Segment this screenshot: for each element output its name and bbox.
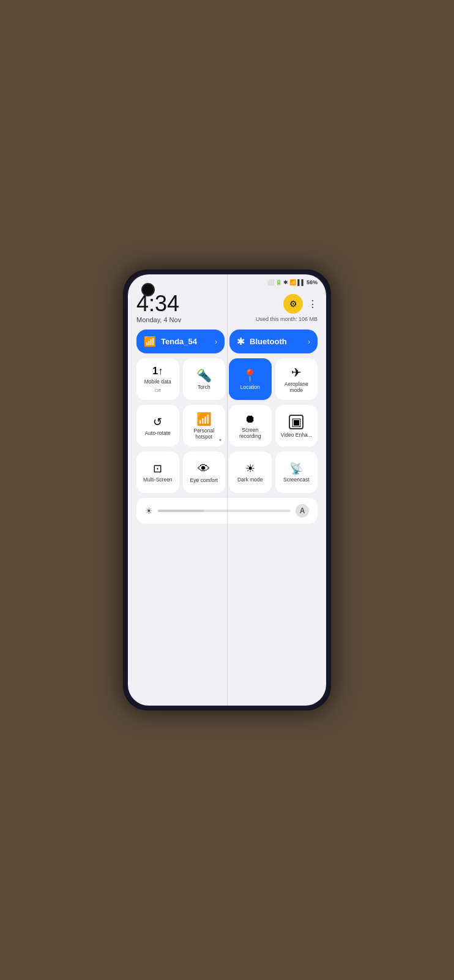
- tile-screen-recording[interactable]: ⏺ Screen recording: [229, 405, 272, 447]
- torch-icon: 🔦: [196, 369, 212, 382]
- settings-button[interactable]: ⚙: [283, 294, 303, 314]
- dark-mode-icon: ☀: [245, 463, 255, 474]
- screen-recording-icon: ⏺: [245, 413, 256, 424]
- status-icons: ⬜ 🔋 ✱ 📶 ▌▌ 56%: [267, 279, 318, 285]
- aeroplane-label: Aeroplane mode: [279, 381, 314, 393]
- screen-recording-label: Screen recording: [233, 427, 268, 439]
- mobile-data-icon: 1↑: [152, 366, 163, 376]
- torch-label: Torch: [198, 384, 210, 390]
- screencast-icon: 📡: [289, 463, 303, 474]
- tile-personal-hotspot[interactable]: 📶 Personal hotspot ▾: [183, 405, 226, 447]
- tiles-grid-row2: ↺ Auto-rotate 📶 Personal hotspot ▾ ⏺ Scr…: [136, 405, 318, 447]
- video-enhance-label: Video Enha...: [281, 432, 312, 438]
- brightness-row: ☀ A: [136, 498, 318, 524]
- date-display: Monday, 4 Nov: [136, 316, 181, 323]
- mobile-data-label: Mobile data: [144, 379, 171, 385]
- tiles-grid-row1: 1↑ Mobile data Off 🔦 Torch 📍 Location ✈ …: [136, 358, 318, 400]
- eye-comfort-label: Eye comfort: [190, 477, 218, 483]
- time-block: 4:34 Monday, 4 Nov: [136, 293, 181, 323]
- tile-auto-rotate[interactable]: ↺ Auto-rotate: [136, 405, 179, 447]
- brightness-track[interactable]: [158, 510, 291, 512]
- bluetooth-icon: ✱: [237, 336, 245, 347]
- mobile-data-sublabel: Off: [155, 388, 161, 393]
- wifi-label: Tenda_54: [161, 337, 210, 346]
- control-center: 4:34 Monday, 4 Nov ⚙ ⋮ Used this month: …: [128, 288, 326, 706]
- tile-aeroplane[interactable]: ✈ Aeroplane mode: [275, 358, 318, 400]
- personal-hotspot-icon: 📶: [196, 413, 212, 425]
- top-row: 4:34 Monday, 4 Nov ⚙ ⋮ Used this month: …: [136, 292, 318, 325]
- brightness-fill: [158, 510, 204, 512]
- nfc-icon: ⬜: [267, 279, 274, 285]
- multi-screen-icon: ⊡: [153, 463, 162, 474]
- more-options-button[interactable]: ⋮: [308, 298, 318, 310]
- camera-hole: [141, 283, 155, 296]
- hotspot-arrow-icon: ▾: [219, 437, 221, 443]
- tiles-grid-row3: ⊡ Multi-Screen 👁 Eye comfort ☀ Dark mode…: [136, 451, 318, 493]
- wifi-chevron-icon: ›: [215, 337, 217, 346]
- personal-hotspot-label: Personal hotspot: [187, 428, 222, 440]
- signal-icon: ▌▌: [297, 279, 305, 285]
- tile-location[interactable]: 📍 Location: [229, 358, 272, 400]
- tile-torch[interactable]: 🔦 Torch: [183, 358, 226, 400]
- brightness-min-icon: ☀: [145, 506, 153, 516]
- video-enhance-icon: ▣: [289, 415, 303, 429]
- battery-saver-icon: 🔋: [275, 279, 282, 285]
- bluetooth-chevron-icon: ›: [308, 337, 310, 346]
- top-actions: ⚙ ⋮: [283, 294, 318, 314]
- tile-dark-mode[interactable]: ☀ Dark mode: [229, 451, 272, 493]
- top-right: ⚙ ⋮ Used this month: 106 MB: [256, 294, 318, 322]
- tile-mobile-data[interactable]: 1↑ Mobile data Off: [136, 358, 179, 400]
- tile-video-enhance[interactable]: ▣ Video Enha...: [275, 405, 318, 447]
- bluetooth-status-icon: ✱: [283, 279, 288, 285]
- phone-frame: ⬜ 🔋 ✱ 📶 ▌▌ 56% 4:34 Monday, 4 Nov ⚙: [123, 270, 331, 710]
- bluetooth-label: Bluetooth: [250, 337, 303, 346]
- auto-rotate-label: Auto-rotate: [145, 430, 171, 436]
- multi-screen-label: Multi-Screen: [143, 477, 173, 483]
- dark-mode-label: Dark mode: [237, 477, 263, 483]
- data-usage-label: Used this month: 106 MB: [256, 316, 318, 322]
- time-display: 4:34: [136, 293, 181, 315]
- tile-eye-comfort[interactable]: 👁 Eye comfort: [183, 451, 226, 493]
- status-bar: ⬜ 🔋 ✱ 📶 ▌▌ 56%: [128, 274, 326, 288]
- wifi-status-icon: 📶: [289, 279, 296, 285]
- wifi-icon: 📶: [144, 336, 156, 347]
- auto-rotate-icon: ↺: [153, 417, 162, 428]
- location-label: Location: [240, 384, 260, 390]
- screencast-label: Screencast: [283, 477, 310, 483]
- settings-gear-icon: ⚙: [289, 299, 297, 309]
- wifi-bt-row: 📶 Tenda_54 › ✱ Bluetooth ›: [136, 330, 318, 353]
- tile-screencast[interactable]: 📡 Screencast: [275, 451, 318, 493]
- aeroplane-icon: ✈: [291, 366, 302, 379]
- tile-multi-screen[interactable]: ⊡ Multi-Screen: [136, 451, 179, 493]
- battery-percentage: 56%: [307, 279, 318, 285]
- phone-screen: ⬜ 🔋 ✱ 📶 ▌▌ 56% 4:34 Monday, 4 Nov ⚙: [128, 274, 326, 706]
- wifi-button[interactable]: 📶 Tenda_54 ›: [136, 330, 225, 353]
- auto-brightness-icon[interactable]: A: [296, 504, 309, 518]
- eye-comfort-icon: 👁: [198, 462, 210, 475]
- location-icon: 📍: [242, 369, 258, 382]
- bluetooth-button[interactable]: ✱ Bluetooth ›: [229, 330, 318, 353]
